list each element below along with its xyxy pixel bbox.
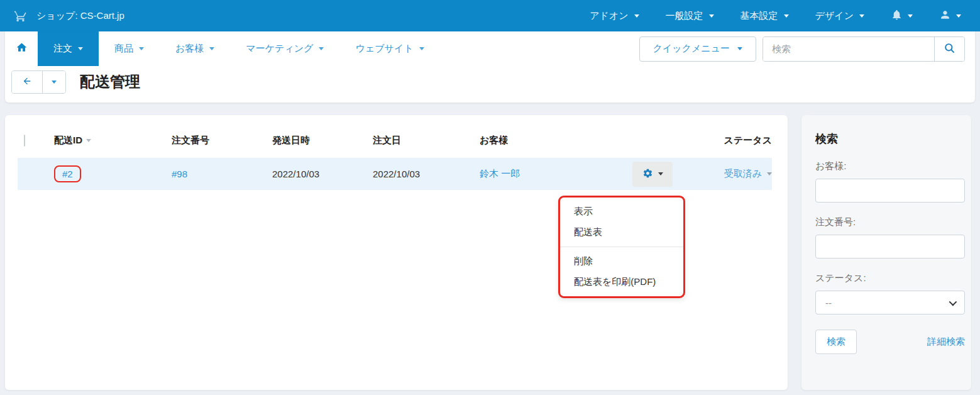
order-date-cell: 2022/10/03 xyxy=(373,169,480,179)
table-header-row: 配送ID 注文番号 発送日時 注文日 お客様 ステータス xyxy=(18,131,772,158)
order-number-link[interactable]: #98 xyxy=(172,169,187,179)
customer-field-label: お客様: xyxy=(815,160,965,172)
menu-divider xyxy=(560,247,683,247)
column-header-order-date: 注文日 xyxy=(373,135,480,147)
nav-tab-products[interactable]: 商品 xyxy=(99,31,160,66)
nav-tab-marketing[interactable]: マーケティング xyxy=(230,31,339,66)
customer-link[interactable]: 鈴木 一郎 xyxy=(480,168,520,179)
back-button-group xyxy=(11,70,66,94)
chevron-down-icon xyxy=(737,47,742,50)
menu-item-packing-slip[interactable]: 配送表 xyxy=(560,222,683,243)
status-select-value: -- xyxy=(825,298,832,308)
customer-field[interactable] xyxy=(815,179,965,203)
status-badge: 受取済み xyxy=(724,168,762,180)
topbar-menu-general-settings[interactable]: 一般設定 xyxy=(666,10,714,22)
shop-link[interactable]: ショップ: CS-Cart.jp xyxy=(14,9,124,23)
home-icon xyxy=(16,42,28,56)
row-actions-menu: 表示 配送表 削除 配送表を印刷(PDF) xyxy=(559,197,684,297)
cart-icon xyxy=(14,9,27,23)
shop-label: ショップ: CS-Cart.jp xyxy=(36,10,124,22)
chevron-down-icon xyxy=(658,172,663,175)
back-button[interactable] xyxy=(12,71,42,93)
chevron-down-icon xyxy=(209,47,214,50)
topbar-menu-addons[interactable]: アドオン xyxy=(590,10,639,22)
user-account-menu[interactable] xyxy=(939,9,961,23)
search-button[interactable] xyxy=(934,37,964,61)
menu-item-view[interactable]: 表示 xyxy=(560,201,683,222)
topbar-menu-basic-settings[interactable]: 基本設定 xyxy=(741,10,789,22)
chevron-down-icon xyxy=(859,14,864,18)
page-title: 配送管理 xyxy=(80,72,140,92)
order-number-field-label: 注文番号: xyxy=(815,216,965,228)
chevron-down-icon xyxy=(709,14,714,18)
column-header-order-number: 注文番号 xyxy=(172,135,272,147)
chevron-down-icon xyxy=(139,47,144,50)
quick-menu-button[interactable]: クイックメニュー xyxy=(639,36,756,62)
chevron-down-icon xyxy=(634,14,639,18)
row-actions-button[interactable] xyxy=(632,162,673,187)
main-navigation: 注文 商品 お客様 マーケティング ウェブサイト クイックメニュー xyxy=(5,31,975,66)
column-header-customer: お客様 xyxy=(480,135,632,147)
content-area: 配送ID 注文番号 発送日時 注文日 お客様 ステータス #2 #98 2022… xyxy=(5,115,971,390)
page-title-bar: 配送管理 xyxy=(5,66,975,103)
status-select[interactable]: -- xyxy=(815,291,965,314)
ship-date-cell: 2022/10/03 xyxy=(272,169,373,179)
sidebar-title: 検索 xyxy=(815,131,965,147)
bell-icon xyxy=(891,8,903,24)
top-admin-bar: ショップ: CS-Cart.jp アドオン 一般設定 基本設定 デザイン xyxy=(0,0,980,31)
header: 注文 商品 お客様 マーケティング ウェブサイト クイックメニュー xyxy=(5,31,975,103)
shipments-panel: 配送ID 注文番号 発送日時 注文日 お客様 ステータス #2 #98 2022… xyxy=(5,115,788,390)
search-sidebar: 検索 お客様: 注文番号: ステータス: -- 検索 詳細検索 xyxy=(801,115,971,390)
chevron-down-icon xyxy=(78,47,83,50)
advanced-search-link[interactable]: 詳細検索 xyxy=(927,336,965,348)
column-header-shipment-id[interactable]: 配送ID xyxy=(54,135,172,147)
nav-tab-website[interactable]: ウェブサイト xyxy=(339,31,439,66)
search-icon xyxy=(944,42,955,56)
admin-search xyxy=(763,36,965,62)
chevron-down-icon xyxy=(52,81,57,84)
chevron-down-icon xyxy=(784,14,789,18)
chevron-down-icon xyxy=(419,47,424,50)
chevron-down-icon xyxy=(949,298,957,306)
menu-item-print-pdf[interactable]: 配送表を印刷(PDF) xyxy=(560,272,683,292)
table-row: #2 #98 2022/10/03 2022/10/03 鈴木 一郎 受取済み xyxy=(18,158,772,190)
home-button[interactable] xyxy=(5,31,38,66)
status-field-label: ステータス: xyxy=(815,272,965,284)
notifications-menu[interactable] xyxy=(891,8,913,24)
chevron-down-icon xyxy=(908,14,913,18)
column-header-ship-date: 発送日時 xyxy=(272,135,373,147)
topbar-menu-design[interactable]: デザイン xyxy=(815,10,864,22)
menu-item-delete[interactable]: 削除 xyxy=(560,251,683,272)
gear-icon xyxy=(642,168,653,181)
column-header-status: ステータス xyxy=(689,135,772,147)
order-number-field[interactable] xyxy=(815,235,965,259)
nav-tab-customers[interactable]: お客様 xyxy=(160,31,230,66)
sort-caret-icon xyxy=(86,139,91,142)
chevron-down-icon xyxy=(319,47,324,50)
shipment-id-link[interactable]: #2 xyxy=(62,169,73,179)
user-icon xyxy=(939,9,951,23)
chevron-down-icon xyxy=(956,14,961,18)
chevron-down-icon xyxy=(767,172,772,175)
sidebar-search-button[interactable]: 検索 xyxy=(815,330,857,354)
annotation-highlight-box: #2 xyxy=(54,165,81,182)
arrow-left-icon xyxy=(21,76,33,88)
search-input[interactable] xyxy=(763,37,934,61)
nav-tab-orders[interactable]: 注文 xyxy=(38,31,99,66)
select-all-checkbox[interactable] xyxy=(24,135,25,147)
back-history-dropdown-button[interactable] xyxy=(42,71,65,93)
status-dropdown[interactable]: 受取済み xyxy=(689,168,772,180)
